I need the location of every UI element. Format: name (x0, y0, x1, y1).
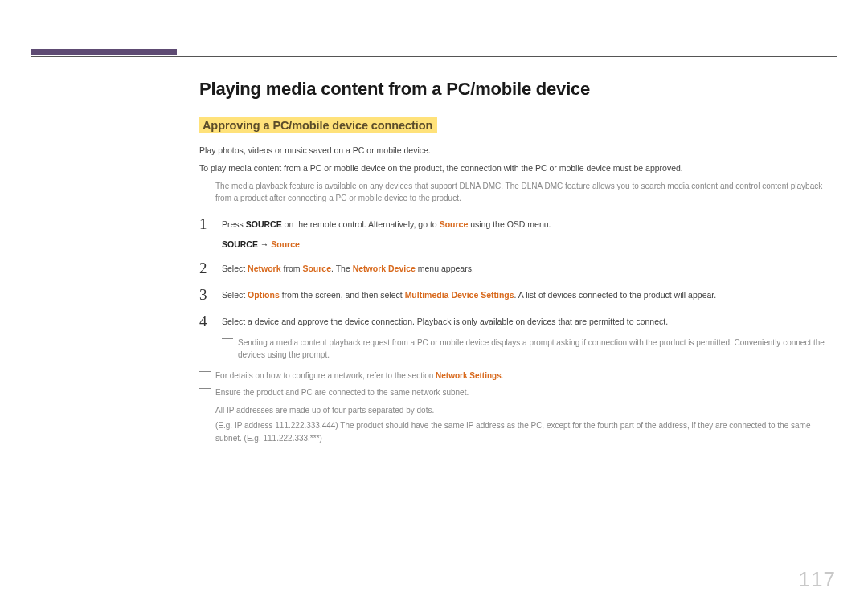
source-keyword: SOURCE (246, 219, 282, 229)
step-1-path: SOURCE → Source (222, 239, 837, 249)
step-2: 2 Select Network from Source. The Networ… (199, 260, 837, 276)
step-body: Select a device and approve the device c… (222, 313, 837, 329)
source-menu: Source (440, 219, 469, 229)
step-number: 2 (199, 260, 222, 276)
text: from (281, 264, 303, 273)
text: using the OSD menu. (468, 219, 551, 229)
note-dash-icon (199, 388, 211, 389)
multimedia-device-settings-keyword: Multimedia Device Settings (405, 290, 514, 300)
network-device-keyword: Network Device (353, 264, 416, 273)
network-keyword: Network (248, 264, 280, 273)
text: . The (331, 264, 353, 273)
note-text: For details on how to configure a networ… (215, 370, 837, 382)
note-dash-icon (199, 371, 211, 372)
path-source: SOURCE (222, 239, 258, 249)
arrow-icon: → (258, 239, 271, 249)
text: on the remote control. Alternatively, go… (282, 219, 440, 229)
note-text: The media playback feature is available … (215, 180, 837, 205)
options-keyword: Options (248, 290, 280, 300)
note-prompt: Sending a media content playback request… (222, 337, 837, 362)
source-keyword: Source (302, 264, 331, 273)
note-subnet: Ensure the product and PC are connected … (199, 386, 837, 399)
trailing-notes: For details on how to configure a networ… (199, 370, 837, 445)
text: . A list of devices connected to the pro… (514, 290, 717, 300)
note-dash-icon (199, 182, 211, 182)
note-text: Sending a media content playback request… (238, 337, 837, 362)
page-number: 117 (799, 567, 836, 592)
page-heading: Playing media content from a PC/mobile d… (199, 79, 837, 100)
chapter-tab-mark (31, 49, 177, 55)
intro-paragraph-2: To play media content from a PC or mobil… (199, 162, 837, 175)
text: For details on how to configure a networ… (215, 371, 436, 380)
note-text: Ensure the product and PC are connected … (215, 386, 837, 399)
header-rule (31, 56, 837, 57)
text: Press (222, 219, 246, 229)
step-3: 3 Select Options from the screen, and th… (199, 287, 837, 302)
note-network-settings: For details on how to configure a networ… (199, 370, 837, 382)
manual-page: Playing media content from a PC/mobile d… (0, 0, 868, 613)
step-body: Press SOURCE on the remote control. Alte… (222, 216, 837, 231)
text: menu appears. (416, 264, 474, 273)
section-heading: Approving a PC/mobile device connection (199, 117, 437, 133)
step-body: Select Options from the screen, and then… (222, 287, 837, 302)
step-body: Select Network from Source. The Network … (222, 260, 837, 276)
text: . (502, 371, 504, 380)
text: Select (222, 264, 248, 273)
step-number: 4 (199, 313, 222, 329)
intro-paragraph-1: Play photos, videos or music saved on a … (199, 145, 837, 157)
note-ip-example: (E.g. IP address 111.222.333.444) The pr… (199, 419, 837, 444)
path-source-menu: Source (271, 239, 300, 249)
note-dlna: The media playback feature is available … (199, 180, 837, 205)
text: from the screen, and then select (280, 290, 405, 300)
text: Select (222, 290, 248, 300)
note-ip-format: All IP addresses are made up of four par… (199, 404, 837, 417)
step-number: 1 (199, 216, 222, 231)
content-area: Playing media content from a PC/mobile d… (199, 79, 837, 447)
note-dash-icon (222, 338, 233, 339)
step-4-note-block: Sending a media content playback request… (222, 337, 837, 362)
step-1: 1 Press SOURCE on the remote control. Al… (199, 216, 837, 231)
step-4: 4 Select a device and approve the device… (199, 313, 837, 329)
network-settings-keyword: Network Settings (436, 371, 502, 380)
step-number: 3 (199, 287, 222, 302)
